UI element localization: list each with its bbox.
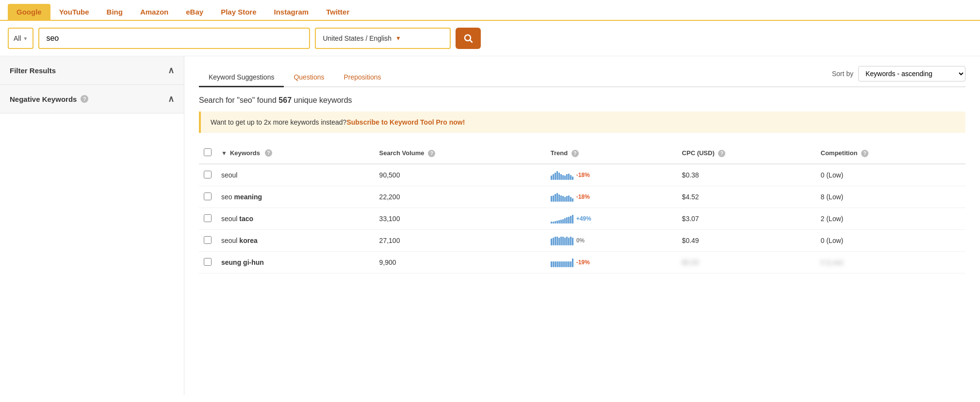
tab-prepositions[interactable]: Prepositions <box>334 68 391 87</box>
tab-twitter[interactable]: Twitter <box>317 4 358 20</box>
th-competition-label[interactable]: Competition <box>821 149 858 157</box>
trend-pct: 0% <box>576 237 585 244</box>
cpc-cell: $0.38 <box>677 164 816 186</box>
cpc-cell: $0.49 <box>677 230 816 252</box>
filter-results-section: Filter Results ∧ <box>0 56 184 85</box>
location-label: United States / English <box>323 34 392 42</box>
table-row: seung gi-hun9,900-19%$0.000 (Low) <box>199 252 965 273</box>
trend-pct: -18% <box>576 193 590 200</box>
keywords-help-icon[interactable]: ? <box>265 149 272 157</box>
sort-by-label: Sort by <box>832 70 853 78</box>
volume-cell: 9,900 <box>375 252 546 273</box>
competition-cell: 0 (Low) <box>816 252 965 273</box>
sort-arrow-icon: ▼ <box>221 150 227 157</box>
content-tabs: Keyword Suggestions Questions Prepositio… <box>199 68 391 86</box>
tab-amazon[interactable]: Amazon <box>131 4 177 20</box>
volume-cell: 90,500 <box>375 164 546 186</box>
th-cpc: CPC (USD) ? <box>677 143 816 164</box>
cpc-help-icon[interactable]: ? <box>718 150 725 157</box>
select-all-checkbox[interactable] <box>204 148 212 156</box>
trend-help-icon[interactable]: ? <box>572 150 579 157</box>
negative-keywords-help-icon[interactable]: ? <box>81 95 88 103</box>
tab-youtube[interactable]: YouTube <box>50 4 98 20</box>
negative-keywords-section: Negative Keywords ? ∧ <box>0 85 184 113</box>
search-button[interactable] <box>456 28 481 49</box>
row-checkbox[interactable] <box>204 171 212 178</box>
table-row: seoul taco33,100+49%$3.072 (Low) <box>199 208 965 230</box>
nav-tabs: Google YouTube Bing Amazon eBay Play Sto… <box>0 0 980 21</box>
th-keywords: ▼ Keywords ? <box>216 143 375 164</box>
result-count: Search for "seo" found 567 unique keywor… <box>199 96 965 105</box>
sidebar: Filter Results ∧ Negative Keywords ? ∧ <box>0 56 184 395</box>
row-checkbox[interactable] <box>204 258 212 266</box>
trend-cell: -18% <box>546 164 677 186</box>
keyword-cell: seoul taco <box>216 208 375 230</box>
chevron-down-icon: ▼ <box>395 35 401 42</box>
chevron-up-icon: ∧ <box>168 94 174 104</box>
sort-select[interactable]: Keywords - ascending Keywords - descendi… <box>858 66 965 81</box>
tab-questions[interactable]: Questions <box>284 68 334 87</box>
content-area: Keyword Suggestions Questions Prepositio… <box>184 56 980 395</box>
competition-cell: 0 (Low) <box>816 230 965 252</box>
table-row: seoul90,500-18%$0.380 (Low) <box>199 164 965 186</box>
th-volume: Search Volume ? <box>375 143 546 164</box>
trend-pct: -18% <box>576 172 590 178</box>
promo-link[interactable]: Subscribe to Keyword Tool Pro now! <box>346 118 465 126</box>
main-layout: Filter Results ∧ Negative Keywords ? ∧ K… <box>0 56 980 395</box>
trend-bars <box>551 214 573 224</box>
trend-bars <box>551 192 573 202</box>
chevron-up-icon: ∧ <box>168 65 174 76</box>
keyword-cell: seo meaning <box>216 186 375 208</box>
competition-help-icon[interactable]: ? <box>861 150 868 157</box>
negative-keywords-header[interactable]: Negative Keywords ? ∧ <box>0 85 184 113</box>
th-volume-label[interactable]: Search Volume <box>379 149 425 157</box>
trend-pct: +49% <box>576 215 591 222</box>
chevron-down-icon: ▼ <box>23 36 28 41</box>
trend-cell: -18% <box>546 186 677 208</box>
tab-instagram[interactable]: Instagram <box>265 4 318 20</box>
row-checkbox[interactable] <box>204 236 212 244</box>
volume-cell: 22,200 <box>375 186 546 208</box>
search-type-select[interactable]: All ▼ <box>8 28 33 49</box>
row-checkbox[interactable] <box>204 193 212 200</box>
negative-keywords-label: Negative Keywords <box>10 95 77 103</box>
promo-text: Want to get up to 2x more keywords inste… <box>211 118 346 126</box>
cpc-cell: $3.07 <box>677 208 816 230</box>
th-competition: Competition ? <box>816 143 965 164</box>
tab-keyword-suggestions[interactable]: Keyword Suggestions <box>199 68 284 87</box>
location-select[interactable]: United States / English ▼ <box>315 28 451 49</box>
filter-results-header[interactable]: Filter Results ∧ <box>0 56 184 84</box>
competition-cell: 2 (Low) <box>816 208 965 230</box>
trend-bars <box>551 257 573 267</box>
table-row: seoul korea27,1000%$0.490 (Low) <box>199 230 965 252</box>
cpc-cell: $4.52 <box>677 186 816 208</box>
th-trend-label[interactable]: Trend <box>551 149 568 157</box>
keyword-cell: seoul korea <box>216 230 375 252</box>
keyword-cell: seoul <box>216 164 375 186</box>
filter-results-label: Filter Results <box>10 66 56 75</box>
svg-line-1 <box>470 40 473 43</box>
volume-cell: 27,100 <box>375 230 546 252</box>
search-bar: All ▼ United States / English ▼ <box>0 21 980 56</box>
keyword-cell: seung gi-hun <box>216 252 375 273</box>
keyword-table: ▼ Keywords ? Search Volume ? Trend ? <box>199 143 965 273</box>
trend-bars <box>551 236 573 245</box>
trend-cell: +49% <box>546 208 677 230</box>
th-keywords-label[interactable]: Keywords <box>230 149 260 157</box>
table-row: seo meaning22,200-18%$4.528 (Low) <box>199 186 965 208</box>
cpc-cell: $0.00 <box>677 252 816 273</box>
th-trend: Trend ? <box>546 143 677 164</box>
tab-ebay[interactable]: eBay <box>177 4 212 20</box>
th-cpc-label[interactable]: CPC (USD) <box>682 149 715 157</box>
volume-help-icon[interactable]: ? <box>428 150 435 157</box>
trend-bars <box>551 170 573 180</box>
trend-cell: -19% <box>546 252 677 273</box>
trend-pct: -19% <box>576 259 590 266</box>
search-type-label: All <box>14 34 21 42</box>
tab-playstore[interactable]: Play Store <box>212 4 265 20</box>
tab-bing[interactable]: Bing <box>98 4 131 20</box>
search-input[interactable] <box>38 28 310 49</box>
tab-google[interactable]: Google <box>8 4 50 20</box>
trend-cell: 0% <box>546 230 677 252</box>
row-checkbox[interactable] <box>204 214 212 222</box>
